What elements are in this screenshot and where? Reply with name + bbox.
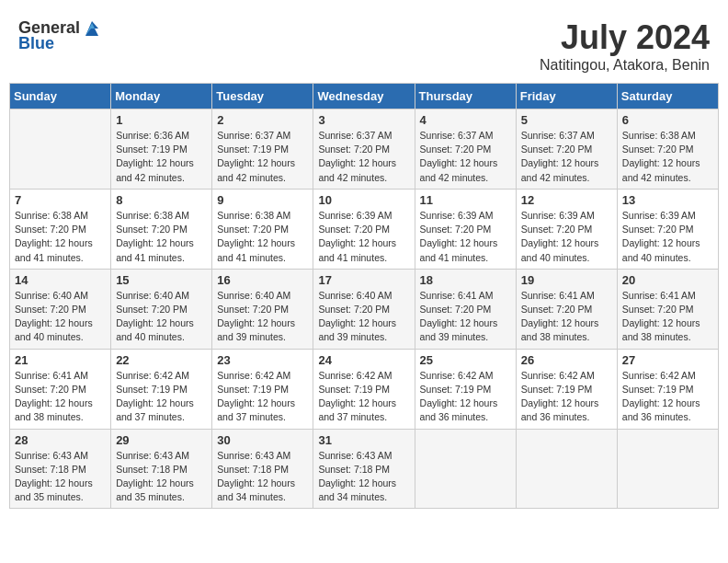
day-number: 1	[116, 113, 207, 127]
calendar-cell: 18Sunrise: 6:41 AM Sunset: 7:20 PM Dayli…	[415, 269, 516, 349]
calendar-cell: 16Sunrise: 6:40 AM Sunset: 7:20 PM Dayli…	[212, 269, 313, 349]
calendar-week-row: 1Sunrise: 6:36 AM Sunset: 7:19 PM Daylig…	[10, 109, 719, 190]
day-info: Sunrise: 6:37 AM Sunset: 7:20 PM Dayligh…	[420, 129, 511, 185]
logo-icon	[82, 19, 102, 38]
calendar-week-row: 7Sunrise: 6:38 AM Sunset: 7:20 PM Daylig…	[10, 189, 719, 269]
day-info: Sunrise: 6:38 AM Sunset: 7:20 PM Dayligh…	[217, 209, 308, 265]
day-number: 23	[217, 353, 308, 367]
weekday-header: Monday	[111, 84, 212, 109]
calendar-cell: 25Sunrise: 6:42 AM Sunset: 7:19 PM Dayli…	[415, 349, 516, 429]
calendar-cell: 29Sunrise: 6:43 AM Sunset: 7:18 PM Dayli…	[111, 429, 212, 509]
calendar-cell: 4Sunrise: 6:37 AM Sunset: 7:20 PM Daylig…	[415, 109, 516, 190]
calendar-cell: 17Sunrise: 6:40 AM Sunset: 7:20 PM Dayli…	[313, 269, 415, 349]
day-number: 4	[420, 113, 511, 127]
day-number: 19	[521, 273, 612, 287]
day-info: Sunrise: 6:42 AM Sunset: 7:19 PM Dayligh…	[622, 369, 713, 425]
day-info: Sunrise: 6:41 AM Sunset: 7:20 PM Dayligh…	[15, 369, 106, 425]
day-info: Sunrise: 6:43 AM Sunset: 7:18 PM Dayligh…	[318, 449, 409, 505]
day-number: 6	[622, 113, 713, 127]
calendar-cell: 15Sunrise: 6:40 AM Sunset: 7:20 PM Dayli…	[111, 269, 212, 349]
day-number: 25	[420, 353, 511, 367]
calendar-cell: 24Sunrise: 6:42 AM Sunset: 7:19 PM Dayli…	[313, 349, 415, 429]
calendar-cell: 5Sunrise: 6:37 AM Sunset: 7:20 PM Daylig…	[516, 109, 617, 190]
day-info: Sunrise: 6:39 AM Sunset: 7:20 PM Dayligh…	[420, 209, 511, 265]
calendar-cell: 22Sunrise: 6:42 AM Sunset: 7:19 PM Dayli…	[111, 349, 212, 429]
weekday-header: Friday	[516, 84, 617, 109]
day-number: 9	[217, 193, 308, 207]
day-number: 7	[15, 193, 106, 207]
day-info: Sunrise: 6:42 AM Sunset: 7:19 PM Dayligh…	[420, 369, 511, 425]
calendar: SundayMondayTuesdayWednesdayThursdayFrid…	[9, 83, 719, 509]
day-number: 31	[318, 433, 409, 447]
day-number: 17	[318, 273, 409, 287]
day-info: Sunrise: 6:42 AM Sunset: 7:19 PM Dayligh…	[116, 369, 207, 425]
day-info: Sunrise: 6:39 AM Sunset: 7:20 PM Dayligh…	[318, 209, 409, 265]
calendar-cell: 7Sunrise: 6:38 AM Sunset: 7:20 PM Daylig…	[10, 189, 111, 269]
calendar-cell: 3Sunrise: 6:37 AM Sunset: 7:20 PM Daylig…	[313, 109, 415, 190]
calendar-cell: 12Sunrise: 6:39 AM Sunset: 7:20 PM Dayli…	[516, 189, 617, 269]
header: General Blue July 2024 Natitingou, Atako…	[9, 9, 719, 78]
day-number: 2	[217, 113, 308, 127]
calendar-cell: 31Sunrise: 6:43 AM Sunset: 7:18 PM Dayli…	[313, 429, 415, 509]
calendar-header-row: SundayMondayTuesdayWednesdayThursdayFrid…	[10, 84, 719, 109]
calendar-cell: 6Sunrise: 6:38 AM Sunset: 7:20 PM Daylig…	[617, 109, 718, 190]
day-info: Sunrise: 6:41 AM Sunset: 7:20 PM Dayligh…	[521, 289, 612, 345]
day-number: 20	[622, 273, 713, 287]
calendar-cell: 2Sunrise: 6:37 AM Sunset: 7:19 PM Daylig…	[212, 109, 313, 190]
day-info: Sunrise: 6:42 AM Sunset: 7:19 PM Dayligh…	[521, 369, 612, 425]
calendar-cell: 8Sunrise: 6:38 AM Sunset: 7:20 PM Daylig…	[111, 189, 212, 269]
calendar-cell: 20Sunrise: 6:41 AM Sunset: 7:20 PM Dayli…	[617, 269, 718, 349]
calendar-week-row: 14Sunrise: 6:40 AM Sunset: 7:20 PM Dayli…	[10, 269, 719, 349]
day-number: 18	[420, 273, 511, 287]
day-number: 26	[521, 353, 612, 367]
calendar-cell: 19Sunrise: 6:41 AM Sunset: 7:20 PM Dayli…	[516, 269, 617, 349]
day-number: 27	[622, 353, 713, 367]
weekday-header: Wednesday	[313, 84, 415, 109]
day-info: Sunrise: 6:38 AM Sunset: 7:20 PM Dayligh…	[15, 209, 106, 265]
day-number: 24	[318, 353, 409, 367]
calendar-cell	[516, 429, 617, 509]
weekday-header: Tuesday	[212, 84, 313, 109]
day-number: 3	[318, 113, 409, 127]
day-info: Sunrise: 6:39 AM Sunset: 7:20 PM Dayligh…	[521, 209, 612, 265]
day-info: Sunrise: 6:42 AM Sunset: 7:19 PM Dayligh…	[217, 369, 308, 425]
day-info: Sunrise: 6:43 AM Sunset: 7:18 PM Dayligh…	[217, 449, 308, 505]
calendar-cell: 23Sunrise: 6:42 AM Sunset: 7:19 PM Dayli…	[212, 349, 313, 429]
day-info: Sunrise: 6:39 AM Sunset: 7:20 PM Dayligh…	[622, 209, 713, 265]
weekday-header: Saturday	[617, 84, 718, 109]
day-info: Sunrise: 6:41 AM Sunset: 7:20 PM Dayligh…	[420, 289, 511, 345]
calendar-cell	[617, 429, 718, 509]
calendar-week-row: 21Sunrise: 6:41 AM Sunset: 7:20 PM Dayli…	[10, 349, 719, 429]
weekday-header: Sunday	[10, 84, 111, 109]
main-title: July 2024	[540, 18, 710, 57]
day-info: Sunrise: 6:38 AM Sunset: 7:20 PM Dayligh…	[622, 129, 713, 185]
day-number: 8	[116, 193, 207, 207]
day-info: Sunrise: 6:36 AM Sunset: 7:19 PM Dayligh…	[116, 129, 207, 185]
day-info: Sunrise: 6:41 AM Sunset: 7:20 PM Dayligh…	[622, 289, 713, 345]
day-number: 29	[116, 433, 207, 447]
day-info: Sunrise: 6:37 AM Sunset: 7:19 PM Dayligh…	[217, 129, 308, 185]
calendar-cell: 28Sunrise: 6:43 AM Sunset: 7:18 PM Dayli…	[10, 429, 111, 509]
day-number: 13	[622, 193, 713, 207]
day-number: 11	[420, 193, 511, 207]
day-info: Sunrise: 6:42 AM Sunset: 7:19 PM Dayligh…	[318, 369, 409, 425]
calendar-cell: 14Sunrise: 6:40 AM Sunset: 7:20 PM Dayli…	[10, 269, 111, 349]
day-number: 10	[318, 193, 409, 207]
day-info: Sunrise: 6:37 AM Sunset: 7:20 PM Dayligh…	[521, 129, 612, 185]
calendar-cell: 30Sunrise: 6:43 AM Sunset: 7:18 PM Dayli…	[212, 429, 313, 509]
calendar-cell	[415, 429, 516, 509]
logo: General Blue	[18, 18, 102, 53]
weekday-header: Thursday	[415, 84, 516, 109]
calendar-cell: 27Sunrise: 6:42 AM Sunset: 7:19 PM Dayli…	[617, 349, 718, 429]
title-area: July 2024 Natitingou, Atakora, Benin	[540, 18, 710, 74]
day-number: 5	[521, 113, 612, 127]
day-number: 30	[217, 433, 308, 447]
day-info: Sunrise: 6:40 AM Sunset: 7:20 PM Dayligh…	[318, 289, 409, 345]
calendar-cell: 13Sunrise: 6:39 AM Sunset: 7:20 PM Dayli…	[617, 189, 718, 269]
calendar-cell: 1Sunrise: 6:36 AM Sunset: 7:19 PM Daylig…	[111, 109, 212, 190]
day-number: 12	[521, 193, 612, 207]
day-number: 22	[116, 353, 207, 367]
day-info: Sunrise: 6:43 AM Sunset: 7:18 PM Dayligh…	[15, 449, 106, 505]
calendar-cell: 10Sunrise: 6:39 AM Sunset: 7:20 PM Dayli…	[313, 189, 415, 269]
day-info: Sunrise: 6:40 AM Sunset: 7:20 PM Dayligh…	[116, 289, 207, 345]
